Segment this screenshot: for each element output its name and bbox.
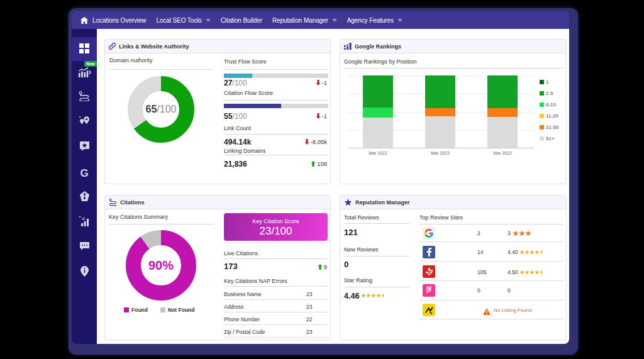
- svg-text:G: G: [82, 217, 86, 221]
